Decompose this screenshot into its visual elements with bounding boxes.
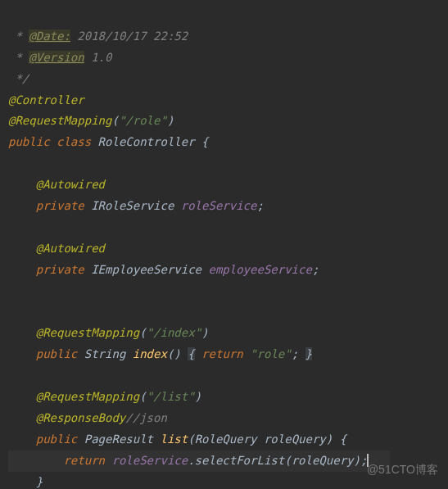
- doc-line: */: [8, 72, 29, 85]
- current-line: return roleService.selectForList(roleQue…: [8, 451, 390, 472]
- annotation-requestmapping: @RequestMapping("/role"): [8, 114, 174, 127]
- annotation-controller: @Controller: [8, 93, 84, 106]
- code-editor[interactable]: * @Date: 2018/10/17 22:52 * @Version 1.0…: [0, 0, 448, 489]
- annotation-requestmapping: @RequestMapping("/index"): [8, 326, 208, 339]
- annotation-autowired: @Autowired: [8, 178, 105, 191]
- field-decl: private IEmployeeService employeeService…: [8, 263, 319, 276]
- annotation-autowired: @Autowired: [8, 242, 105, 255]
- blank-line: [8, 284, 15, 297]
- class-decl: public class RoleController {: [8, 135, 209, 148]
- close-brace: }: [8, 475, 43, 488]
- blank-line: [8, 305, 15, 318]
- annotation-responsebody: @ResponseBody//json: [8, 411, 167, 424]
- blank-line: [8, 156, 15, 170]
- annotation-requestmapping: @RequestMapping("/list"): [8, 390, 201, 403]
- doc-date-tag: @Date:: [29, 29, 70, 43]
- method-list: public PageResult list(RoleQuery roleQue…: [8, 432, 346, 446]
- blank-line: [8, 369, 15, 382]
- doc-line: * @Version 1.0: [8, 51, 111, 64]
- doc-version-tag: @Version: [29, 51, 84, 64]
- doc-line: * @Date: 2018/10/17 22:52: [8, 29, 188, 43]
- method-index: public String index() { return "role"; }: [8, 347, 312, 360]
- watermark: @51CTO博客: [367, 460, 438, 481]
- field-decl: private IRoleService roleService;: [8, 199, 264, 212]
- blank-line: [8, 220, 15, 233]
